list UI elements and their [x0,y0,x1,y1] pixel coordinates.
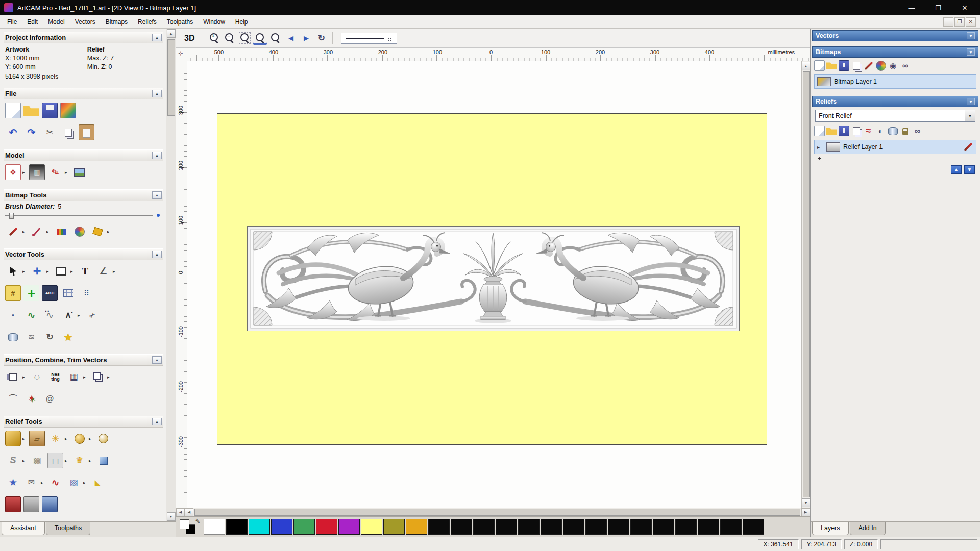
align-icon[interactable] [5,369,21,385]
tab-add-in[interactable]: Add In [850,522,886,535]
transform-icon[interactable] [29,263,45,279]
close-button[interactable]: ✕ [953,2,976,14]
canvas-vertical-scrollbar[interactable]: ▲ ▼ [801,61,810,508]
palette-swatch-12[interactable] [473,519,495,535]
bezier-icon[interactable] [42,307,58,323]
redraw-icon[interactable] [314,31,328,45]
menu-bitmaps[interactable]: Bitmaps [101,16,133,28]
distort-icon[interactable] [23,329,39,345]
mdi-minimize-button[interactable]: – [943,17,953,27]
canvas-hscroll-thumb[interactable] [194,509,800,516]
vectors-collapse-icon[interactable]: ▾ [967,32,975,39]
slider-track[interactable] [5,215,153,216]
palette-swatch-5[interactable] [316,519,337,535]
align-flyout-arrow[interactable]: ▸ [22,374,27,380]
canvas-scroll-left-button[interactable]: ◀ [185,508,193,516]
open-file-icon[interactable] [23,103,39,118]
palette-swatch-21[interactable] [675,519,697,535]
block-copy-icon[interactable] [66,369,82,385]
clone-bitmap-icon[interactable] [851,60,862,71]
model-artboard[interactable] [217,113,767,445]
relief-artwork[interactable] [247,226,740,331]
sculpt-icon[interactable] [47,164,63,180]
save-relief-icon[interactable] [839,126,849,136]
measure-flyout-arrow[interactable]: ▸ [113,269,117,274]
cut-icon[interactable] [42,124,58,140]
macro-icon[interactable] [60,103,76,118]
maximize-button[interactable]: ❐ [927,2,949,14]
move-layer-up-button[interactable]: ▲ [951,165,962,174]
palette-swatch-10[interactable] [428,519,450,535]
menu-model[interactable]: Model [43,16,70,28]
tab-toolpaths[interactable]: Toolpaths [46,522,91,535]
palette-swatch-24[interactable] [743,519,764,535]
primary-secondary-colour-indicator[interactable]: ✎ [179,518,201,536]
add-relief-layer-button[interactable]: + [818,155,825,162]
new-model-icon[interactable] [5,103,21,118]
position-collapse-button[interactable]: ▲ [152,356,162,364]
minimize-button[interactable]: — [900,2,923,14]
zoom-window-icon[interactable] [238,31,252,45]
star-icon[interactable] [60,329,76,345]
palette-swatch-6[interactable] [338,519,360,535]
bitmap-layer-row[interactable]: Bitmap Layer 1 [814,74,976,89]
copy-icon[interactable] [60,124,76,140]
chevron-down-icon[interactable]: ▼ [965,110,975,121]
trim-icon[interactable] [84,307,100,323]
canvas-horizontal-scrollbar[interactable]: ◀ ◀ ▶ [176,508,810,516]
text-icon[interactable] [77,263,93,279]
move-layer-down-button[interactable]: ▼ [964,165,975,174]
node-icon[interactable] [5,307,21,323]
sculpt-flyout-arrow[interactable]: ▸ [65,170,69,175]
bitmap-tools-collapse-button[interactable]: ▲ [152,191,162,199]
fan-icon[interactable] [47,431,63,446]
palette-swatch-23[interactable] [720,519,742,535]
paste-cross-icon[interactable] [23,285,39,301]
adjust-colours-icon[interactable] [875,60,886,71]
weld-icon[interactable] [23,391,39,407]
angle-icon[interactable] [90,474,106,490]
smooth-red-icon[interactable] [863,126,874,136]
bitmaps-collapse-icon[interactable]: ▾ [967,48,975,56]
drawing-canvas[interactable] [187,61,801,508]
palette-swatch-4[interactable] [293,519,315,535]
arc-icon[interactable] [5,391,21,407]
colour-picker-icon[interactable] [29,223,45,239]
scrollbar-thumb[interactable] [167,39,175,116]
zoom-out-icon[interactable]: − [223,31,236,45]
teapot-flyout-arrow[interactable]: ▸ [22,436,27,441]
toggle-3d-view-button[interactable]: 3D [180,32,199,44]
palette-swatch-11[interactable] [451,519,472,535]
relief-tools-collapse-button[interactable]: ▲ [152,418,162,425]
menu-reliefs[interactable]: Reliefs [133,16,162,28]
flood-fill-icon[interactable] [90,223,106,239]
red-tool-icon[interactable] [5,496,21,512]
smooth-flyout-arrow[interactable]: ▸ [22,458,27,463]
menu-help[interactable]: Help [230,16,253,28]
palette-swatch-15[interactable] [541,519,562,535]
palette-swatch-16[interactable] [563,519,584,535]
scrollbar-down-button[interactable]: ▼ [167,512,176,521]
view-left-icon[interactable] [284,31,298,45]
star3d-icon[interactable] [5,474,21,490]
palette-icon[interactable] [71,223,87,239]
menu-vectors[interactable]: Vectors [70,16,101,28]
wave-red-icon[interactable] [47,474,63,490]
select-flyout-arrow[interactable]: ▸ [22,269,27,274]
palette-swatch-14[interactable] [518,519,540,535]
menu-toolpaths[interactable]: Toolpaths [162,16,198,28]
text-abc-icon[interactable] [42,285,58,301]
new-bitmap-icon[interactable] [814,60,825,71]
texture-flyout-arrow[interactable]: ▸ [83,480,87,485]
relief-layer-expander[interactable]: ▸ [817,144,823,150]
block-copy-flyout-arrow[interactable]: ▸ [83,374,87,380]
stamp-icon[interactable] [47,453,63,468]
paint-all-icon[interactable] [53,223,69,239]
view-right-icon[interactable] [299,31,313,45]
model-size-icon[interactable] [5,164,21,180]
stamp-flyout-arrow[interactable]: ▸ [65,458,69,463]
paint-flyout-arrow[interactable]: ▸ [22,229,27,234]
revolve-icon[interactable] [42,329,58,345]
model-size-flyout-arrow[interactable]: ▸ [22,170,27,175]
relief-selector-dropdown[interactable]: Front Relief ▼ [815,110,975,122]
